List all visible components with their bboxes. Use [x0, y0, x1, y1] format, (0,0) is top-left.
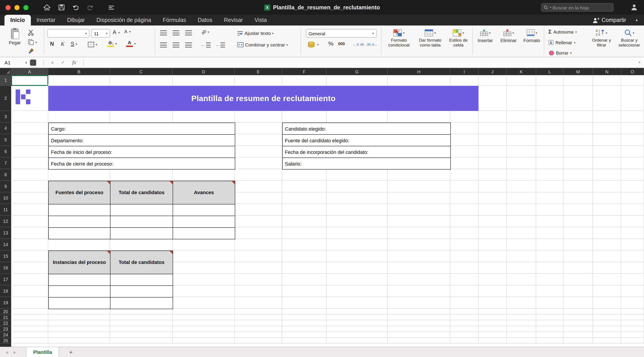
- underline-caret-icon[interactable]: ▾: [76, 42, 77, 46]
- orientation-button[interactable]: ab ▾: [201, 30, 209, 34]
- row-header-14[interactable]: 14: [0, 239, 11, 250]
- field-candidato[interactable]: Candidato elegido:: [283, 123, 451, 135]
- align-middle-button[interactable]: [173, 30, 179, 35]
- formula-bar-expand-icon[interactable]: ▾: [639, 60, 640, 64]
- row-header-25[interactable]: 25: [0, 338, 11, 344]
- autosum-button[interactable]: Σ Autosuma ▾: [548, 29, 577, 34]
- conditional-formatting-button[interactable]: ▾ Formato condicional: [384, 28, 414, 48]
- align-left-button[interactable]: [160, 42, 167, 48]
- align-top-button[interactable]: [160, 30, 167, 35]
- row-header-6[interactable]: 6: [0, 146, 11, 158]
- field-departamento[interactable]: Departamento:: [49, 135, 235, 146]
- copy-icon[interactable]: ▾: [28, 39, 37, 45]
- column-header-B[interactable]: B: [48, 68, 110, 75]
- column-header-E[interactable]: E: [235, 68, 282, 75]
- bold-button[interactable]: N: [50, 41, 54, 46]
- currency-button[interactable]: ▾: [308, 42, 319, 48]
- formula-bar-menu-button[interactable]: [30, 59, 36, 66]
- table-row[interactable]: Fecha de incorporación del candidato:: [283, 146, 451, 158]
- save-icon[interactable]: [56, 2, 66, 12]
- field-salario[interactable]: Salario:: [283, 158, 451, 170]
- search-input[interactable]: [552, 5, 611, 10]
- underline-button[interactable]: S ▾: [71, 41, 77, 46]
- italic-button[interactable]: K: [61, 41, 64, 46]
- row-header-18[interactable]: 18: [0, 286, 11, 297]
- share-button[interactable]: Compartir: [592, 15, 626, 26]
- row-header-23[interactable]: 23: [0, 326, 11, 332]
- confirm-entry-icon[interactable]: ✓: [61, 60, 65, 65]
- row-header-1[interactable]: 1: [0, 75, 11, 86]
- fill-button[interactable]: Rellenar ▾: [548, 40, 576, 45]
- row-header-21[interactable]: 21: [0, 314, 11, 320]
- table-row[interactable]: Cargo:: [49, 123, 235, 135]
- table-row[interactable]: Salario:: [283, 158, 451, 170]
- search-scope-caret-icon[interactable]: ▾: [550, 6, 551, 9]
- tab-datos[interactable]: Datos: [192, 15, 218, 26]
- zoom-window-button[interactable]: [23, 5, 28, 10]
- increase-decimal-button[interactable]: ←.0 .00: [352, 42, 364, 46]
- copy-caret-icon[interactable]: ▾: [35, 40, 37, 44]
- field-fuente-candidato[interactable]: Fuente del candidato elegido:: [283, 135, 451, 146]
- column-header-D[interactable]: D: [173, 68, 235, 75]
- empty-cell[interactable]: [49, 204, 110, 216]
- currency-caret-icon[interactable]: ▾: [317, 43, 319, 46]
- field-cargo[interactable]: Cargo:: [49, 123, 235, 135]
- undo-icon[interactable]: [71, 2, 80, 12]
- row-header-22[interactable]: 22: [0, 320, 11, 326]
- find-select-button[interactable]: ▾ Buscar y seleccionar: [616, 28, 642, 48]
- empty-cell[interactable]: [49, 216, 110, 228]
- empty-cell[interactable]: [173, 216, 235, 228]
- header-instancias[interactable]: Instancias del proceso: [49, 251, 110, 274]
- row-header-9[interactable]: 9: [0, 181, 11, 192]
- spinner-down-icon[interactable]: ▼: [25, 62, 27, 64]
- sort-filter-button[interactable]: A Z ▾ Ordenar y filtrar: [590, 28, 614, 48]
- home-icon[interactable]: [42, 2, 52, 12]
- shrink-font-button[interactable]: A ▼: [124, 30, 131, 34]
- empty-cell[interactable]: [49, 298, 110, 309]
- increase-indent-button[interactable]: →: [216, 42, 225, 48]
- minimize-window-button[interactable]: [14, 5, 20, 10]
- name-box[interactable]: A1: [0, 60, 25, 65]
- row-header-5[interactable]: 5: [0, 134, 11, 146]
- align-bottom-button[interactable]: [185, 30, 192, 35]
- empty-cell[interactable]: [110, 274, 173, 286]
- empty-cell[interactable]: [49, 274, 110, 286]
- formula-input[interactable]: [88, 57, 639, 68]
- row-header-8[interactable]: 8: [0, 169, 11, 181]
- column-header-I[interactable]: I: [450, 68, 478, 75]
- paste-button[interactable]: Pegar: [4, 28, 25, 45]
- column-header-J[interactable]: J: [478, 68, 507, 75]
- row-header-3[interactable]: 3: [0, 111, 11, 122]
- name-box-spinner[interactable]: ▲ ▼: [25, 61, 27, 64]
- insert-cells-button[interactable]: ▾ Insertar: [475, 28, 496, 43]
- row-header-15[interactable]: 15: [0, 250, 11, 262]
- comma-style-button[interactable]: 000: [338, 42, 345, 46]
- row-header-20[interactable]: 20: [0, 309, 11, 314]
- header-total-candidatos-2[interactable]: Total de candidatos: [110, 251, 173, 274]
- grow-font-button[interactable]: A ▲: [113, 30, 120, 35]
- insert-function-icon[interactable]: fx: [72, 59, 76, 66]
- empty-cell[interactable]: [110, 204, 173, 216]
- tab-disposicion[interactable]: Disposición de página: [90, 15, 157, 26]
- tab-insertar[interactable]: Insertar: [31, 15, 61, 26]
- empty-cell[interactable]: [110, 286, 173, 298]
- close-window-button[interactable]: [5, 5, 11, 10]
- empty-cell[interactable]: [49, 228, 110, 239]
- column-header-F[interactable]: F: [282, 68, 326, 75]
- table-row[interactable]: Fuente del candidato elegido:: [283, 135, 451, 146]
- table-row[interactable]: Fecha de inicio del proceso:: [49, 146, 235, 158]
- row-header-16[interactable]: 16: [0, 262, 11, 274]
- field-fecha-inicio[interactable]: Fecha de inicio del proceso:: [49, 146, 235, 158]
- column-header-H[interactable]: H: [388, 68, 450, 75]
- tab-vista[interactable]: Vista: [249, 15, 272, 26]
- header-fuentes[interactable]: Fuentes del proceso: [49, 181, 110, 204]
- row-header-24[interactable]: 24: [0, 332, 11, 338]
- column-header-L[interactable]: L: [536, 68, 564, 75]
- sheet-grid[interactable]: 1234567891011121314151617181920212223242…: [0, 75, 644, 347]
- fill-color-button[interactable]: ▾: [107, 40, 117, 47]
- field-fecha-cierre[interactable]: Fecha de cierre del proceso:: [49, 158, 235, 170]
- borders-button[interactable]: ▾: [88, 42, 97, 48]
- tab-formulas[interactable]: Fórmulas: [157, 15, 192, 26]
- row-header-2[interactable]: 2: [0, 86, 11, 111]
- tab-inicio[interactable]: Inicio: [4, 15, 31, 26]
